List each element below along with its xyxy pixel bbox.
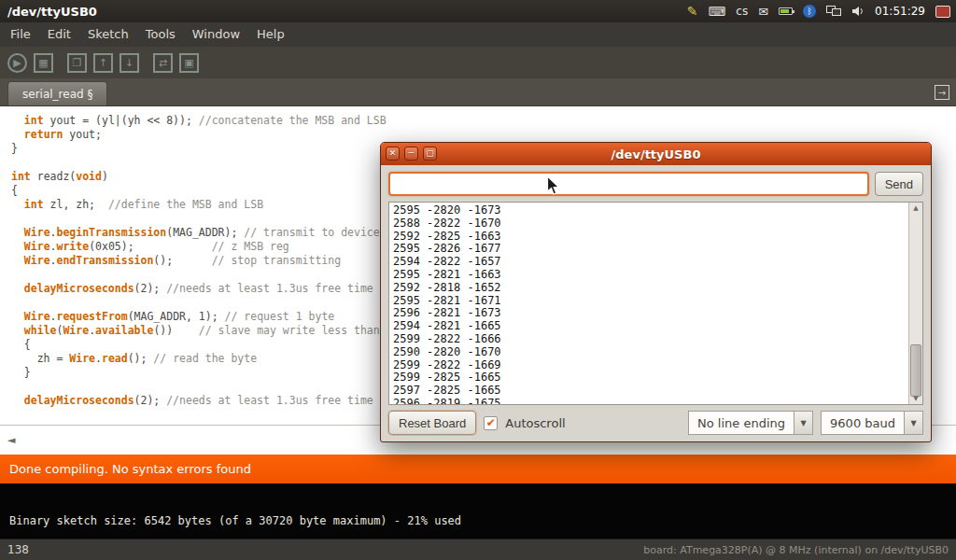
code-line: Wire.beginTransmission(MAG_ADDR); // tra… (11, 226, 387, 240)
menu-edit[interactable]: Edit (39, 22, 79, 47)
panel-indicators: ✎ ⌨ cs ✉ ᛒ 01:51:29 (687, 5, 956, 18)
code-line: { (11, 338, 387, 352)
serial-send-input[interactable] (388, 172, 869, 196)
baud-rate-value: 9600 baud (821, 411, 904, 435)
clock[interactable]: 01:51:29 (875, 5, 925, 18)
line-number-indicator: 138 (7, 543, 29, 556)
compile-status-bar: Done compiling. No syntax errors found (0, 455, 956, 483)
code-line: zh = Wire.read(); // read the byte (11, 352, 387, 366)
serial-monitor-button[interactable]: ▣ (179, 53, 199, 73)
battery-icon[interactable] (779, 7, 793, 15)
console-output: Binary sketch size: 6542 bytes (of a 307… (0, 483, 956, 539)
bluetooth-icon[interactable]: ᛒ (803, 5, 816, 18)
code-line: int zl, zh; //define the MSB and LSB (11, 198, 387, 212)
footer-status-strip: 138 board: ATmega328P(A) @ 8 MHz (intern… (0, 539, 956, 560)
code-line (11, 380, 387, 394)
keyboard-icon[interactable]: ⌨ (709, 6, 726, 18)
chevron-down-icon[interactable]: ▼ (904, 411, 923, 435)
new-icon: ❒ (73, 58, 82, 68)
code-line: int yout = (yl|(yh << 8)); //concatenate… (11, 114, 387, 128)
scrollbar-thumb[interactable] (910, 344, 921, 397)
baud-rate-select[interactable]: 9600 baud ▼ (821, 411, 923, 435)
verify-button[interactable]: ▶ (7, 53, 27, 73)
volume-icon[interactable] (851, 6, 865, 17)
code-line: return yout; (11, 128, 387, 142)
serial-output: 2595 -2820 -1673 2588 -2822 -1670 2592 -… (389, 203, 908, 404)
compile-status-message: Done compiling. No syntax errors found (9, 462, 251, 476)
top-panel: /dev/ttyUSB0 ✎ ⌨ cs ✉ ᛒ 01:51:29 (0, 0, 956, 22)
new-button[interactable]: ❒ (67, 53, 87, 73)
serial-monitor-window: ✕ ─ ▢ /dev/ttyUSB0 Send 2595 -2820 -1673… (380, 142, 932, 442)
console-line: Binary sketch size: 6542 bytes (of a 307… (9, 514, 461, 527)
code-line: } (11, 366, 387, 380)
code-line (11, 156, 387, 170)
network-icon[interactable] (826, 6, 841, 17)
session-icon[interactable] (935, 6, 950, 18)
scroll-up-icon[interactable]: ▲ (909, 204, 922, 212)
serial-window-title: /dev/ttyUSB0 (612, 147, 701, 161)
panel-window-title: /dev/ttyUSB0 (7, 5, 97, 19)
mail-icon[interactable]: ✉ (758, 6, 768, 18)
code-line: delayMicroseconds(2); //needs at least 1… (11, 394, 387, 408)
window-buttons: ✕ ─ ▢ (386, 147, 437, 161)
menu-sketch[interactable]: Sketch (79, 22, 137, 47)
serial-window-body: Send 2595 -2820 -1673 2588 -2822 -1670 2… (381, 165, 931, 441)
export-button[interactable]: ⇄ (153, 53, 173, 73)
code-line: } (11, 142, 387, 156)
close-icon[interactable]: ✕ (386, 147, 400, 161)
tab-serial-read[interactable]: serial_read § (7, 81, 107, 105)
menu-file[interactable]: File (2, 22, 39, 47)
language-indicator[interactable]: cs (736, 5, 748, 18)
autoscroll-label: Autoscroll (505, 416, 565, 430)
code-line: int readz(void) (11, 170, 387, 184)
menu-bar: File Edit Sketch Tools Window Help (0, 22, 956, 47)
serial-window-titlebar[interactable]: ✕ ─ ▢ /dev/ttyUSB0 (381, 143, 931, 165)
menu-window[interactable]: Window (184, 22, 248, 47)
maximize-icon[interactable]: ▢ (423, 147, 437, 161)
chevron-down-icon[interactable]: ▼ (794, 411, 813, 435)
reset-board-button[interactable]: Reset Board (388, 411, 476, 435)
tab-label: serial_read § (22, 88, 92, 101)
hscroll-left-arrow-icon[interactable]: ◄ (7, 434, 15, 446)
code-line: Wire.write(0x05); // z MSB reg (11, 240, 387, 254)
stop-icon: ▦ (38, 58, 48, 68)
menu-help[interactable]: Help (248, 22, 293, 47)
serial-monitor-icon: ▣ (184, 58, 193, 68)
code-line: delayMicroseconds(2); //needs at least 1… (11, 282, 387, 296)
toolbar-buttons: ▶▦❒↑↓⇄▣ (0, 47, 956, 78)
code-area: int yout = (yl|(yh << 8)); //concatenate… (11, 114, 387, 408)
open-button[interactable]: ↑ (93, 53, 113, 73)
send-button[interactable]: Send (875, 172, 923, 196)
line-ending-select[interactable]: No line ending ▼ (688, 411, 813, 435)
serial-output-area[interactable]: 2595 -2820 -1673 2588 -2822 -1670 2592 -… (388, 202, 923, 405)
tab-bar: serial_read § → (0, 78, 956, 106)
export-icon: ⇄ (159, 58, 167, 68)
save-icon: ↓ (125, 58, 134, 68)
menu-tools[interactable]: Tools (137, 22, 184, 47)
code-line: { (11, 184, 387, 198)
scroll-down-icon[interactable]: ▼ (909, 395, 922, 402)
serial-output-scrollbar[interactable]: ▲ ▼ (908, 203, 922, 404)
board-info: board: ATmega328P(A) @ 8 MHz (internal) … (643, 544, 949, 556)
note-icon[interactable]: ✎ (687, 5, 698, 18)
code-line: Wire.requestFrom(MAG_ADDR, 1); // reques… (11, 310, 387, 324)
verify-icon: ▶ (13, 58, 21, 68)
tab-menu-icon[interactable]: → (935, 85, 949, 100)
code-line: while(Wire.available()) // slave may wri… (11, 324, 387, 338)
minimize-icon[interactable]: ─ (404, 147, 418, 161)
code-line (11, 296, 387, 310)
save-button[interactable]: ↓ (120, 53, 139, 73)
open-icon: ↑ (99, 58, 107, 68)
code-line: Wire.endTransmission(); // stop transmit… (11, 254, 387, 268)
line-ending-value: No line ending (688, 411, 794, 435)
code-line (11, 268, 387, 282)
stop-button[interactable]: ▦ (34, 53, 53, 73)
code-line (11, 212, 387, 226)
autoscroll-checkbox[interactable]: ✔ (484, 416, 498, 430)
